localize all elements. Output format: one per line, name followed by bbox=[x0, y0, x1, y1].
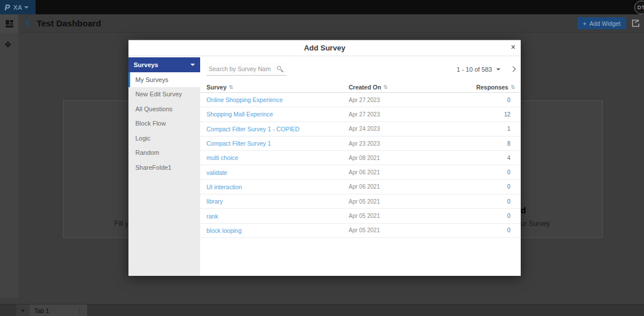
responses-cell: 12 bbox=[486, 111, 521, 118]
created-on-cell: Apr 05 2021 bbox=[349, 213, 486, 219]
modal-sidebar-item-my-surveys[interactable]: My Surveys bbox=[128, 72, 200, 87]
brand-logo: P bbox=[5, 3, 10, 12]
back-chevron-icon[interactable] bbox=[25, 19, 33, 26]
survey-name-link[interactable]: multi choice bbox=[206, 154, 349, 161]
dashboard-tab-strip: + Tab 1 ⋮ bbox=[0, 304, 644, 316]
survey-name-link[interactable]: rank bbox=[206, 213, 349, 220]
search-icon-tail bbox=[280, 69, 283, 72]
empty-state-text-fragment-left: Fill y bbox=[0, 220, 128, 228]
modal-sidebar-item-all-questions[interactable]: All Questions bbox=[128, 102, 200, 116]
kebab-menu-icon[interactable]: ⋮ bbox=[77, 307, 83, 314]
left-rail: ❖ bbox=[0, 33, 18, 298]
table-body: Online Shopping Experience Apr 27 2023 0… bbox=[200, 93, 521, 238]
modal-sidebar-item-logic[interactable]: Logic bbox=[128, 131, 200, 146]
created-on-cell: Apr 06 2021 bbox=[349, 169, 486, 175]
modal-sidebar-item-random[interactable]: Random bbox=[128, 146, 200, 161]
survey-name-link[interactable]: Shopping Mall Experince bbox=[206, 111, 349, 118]
survey-name-link[interactable]: Online Shopping Experience bbox=[206, 96, 349, 103]
column-label: Created On bbox=[349, 84, 381, 91]
sidebar-item-label: Block Flow bbox=[135, 120, 166, 127]
surveys-table: Survey ⇅ Created On ⇅ Responses ⇅ On bbox=[200, 81, 521, 238]
avatar-initials: DT bbox=[638, 5, 644, 10]
search-icon[interactable] bbox=[276, 65, 283, 72]
product-switcher[interactable]: XA bbox=[13, 4, 28, 11]
add-widget-button[interactable]: + Add Widget bbox=[577, 17, 626, 29]
column-label: Responses bbox=[476, 84, 508, 91]
pagination-range[interactable]: 1 - 10 of 583 bbox=[456, 66, 492, 73]
column-header-survey[interactable]: Survey ⇅ bbox=[206, 84, 349, 91]
brand-menu[interactable]: P XA bbox=[0, 0, 36, 14]
column-header-responses[interactable]: Responses ⇅ bbox=[476, 84, 515, 91]
modal-sidebar-items: My Surveys New Edit Survey All Questions… bbox=[128, 72, 200, 175]
modal-title: Add Survey bbox=[128, 40, 521, 56]
share-icon bbox=[630, 18, 641, 28]
created-on-cell: Apr 23 2023 bbox=[349, 141, 486, 147]
sidebar-item-label: Random bbox=[135, 149, 159, 156]
responses-cell: 4 bbox=[486, 155, 521, 161]
sidebar-item-label: Logic bbox=[135, 135, 150, 142]
chevron-down-icon[interactable] bbox=[497, 68, 501, 70]
survey-search bbox=[206, 63, 287, 76]
close-icon[interactable]: × bbox=[511, 43, 516, 51]
modal-sidebar-item-new-edit-survey[interactable]: New Edit Survey bbox=[128, 87, 200, 102]
created-on-cell: Apr 06 2021 bbox=[349, 184, 486, 190]
survey-name-link[interactable]: library bbox=[206, 198, 349, 205]
sort-icon[interactable]: ⇅ bbox=[510, 84, 515, 90]
created-on-cell: Apr 08 2021 bbox=[349, 155, 486, 161]
created-on-cell: Apr 24 2023 bbox=[349, 126, 486, 132]
share-dashboard-button[interactable] bbox=[630, 18, 641, 28]
responses-cell: 0 bbox=[486, 213, 521, 219]
surveys-dropdown[interactable]: Surveys bbox=[128, 57, 200, 72]
modal-sidebar-item-block-flow[interactable]: Block Flow bbox=[128, 116, 200, 131]
table-row: library Apr 05 2021 0 bbox=[200, 194, 521, 209]
responses-cell: 0 bbox=[486, 184, 521, 190]
survey-name-link[interactable]: UI interaction bbox=[206, 184, 349, 190]
table-row: Compact Filter Survey 1 - COPIED Apr 24 … bbox=[200, 122, 521, 136]
responses-cell: 0 bbox=[486, 169, 521, 175]
survey-name-link[interactable]: Compact Filter Survey 1 - COPIED bbox=[206, 126, 349, 132]
widgets-icon[interactable]: ❖ bbox=[4, 40, 11, 50]
table-row: Shopping Mall Experince Apr 27 2023 12 bbox=[200, 107, 521, 122]
sort-icon[interactable]: ⇅ bbox=[384, 84, 388, 90]
dashboard-grid-button[interactable] bbox=[0, 14, 18, 33]
empty-state-heading-fragment: d bbox=[521, 205, 526, 215]
next-page-chevron-icon[interactable] bbox=[510, 67, 516, 72]
table-row: block looping Apr 05 2021 0 bbox=[200, 224, 521, 238]
tab-tab1[interactable]: Tab 1 ⋮ bbox=[30, 305, 87, 316]
table-header-row: Survey ⇅ Created On ⇅ Responses ⇅ bbox=[200, 81, 521, 93]
product-label: XA bbox=[13, 4, 22, 11]
grid-icon bbox=[5, 19, 14, 28]
pagination: 1 - 10 of 583 bbox=[456, 63, 515, 76]
modal-sidebar-item-sharefolde1[interactable]: ShareFolde1 bbox=[128, 160, 200, 175]
search-input[interactable] bbox=[206, 63, 271, 75]
created-on-cell: Apr 05 2021 bbox=[349, 198, 486, 205]
surveys-dropdown-label: Surveys bbox=[134, 61, 158, 68]
responses-cell: 0 bbox=[486, 97, 521, 103]
avatar[interactable]: DT bbox=[634, 1, 644, 14]
modal-sidebar: Surveys My Surveys New Edit Survey All Q… bbox=[128, 57, 200, 276]
page-header: Test Dashboard + Add Widget bbox=[0, 14, 644, 33]
table-row: validate Apr 06 2021 0 bbox=[200, 165, 521, 180]
sidebar-item-label: ShareFolde1 bbox=[135, 164, 171, 171]
page-title: Test Dashboard bbox=[37, 18, 101, 28]
modal-content: 1 - 10 of 583 Survey ⇅ Created On ⇅ bbox=[200, 57, 521, 276]
responses-cell: 0 bbox=[486, 227, 521, 233]
table-row: Compact Filter Survey 1 Apr 23 2023 8 bbox=[200, 136, 521, 151]
sidebar-item-label: My Surveys bbox=[135, 76, 168, 83]
column-header-created-on[interactable]: Created On ⇅ bbox=[349, 84, 476, 91]
responses-cell: 1 bbox=[486, 126, 521, 132]
created-on-cell: Apr 27 2023 bbox=[349, 97, 486, 103]
survey-name-link[interactable]: block looping bbox=[206, 227, 349, 234]
add-survey-modal: Add Survey × Surveys My Surveys New Edit… bbox=[128, 39, 521, 276]
survey-name-link[interactable]: Compact Filter Survey 1 bbox=[206, 140, 349, 147]
plus-icon: + bbox=[583, 20, 587, 27]
chevron-down-icon bbox=[190, 64, 195, 66]
modal-header: Add Survey × bbox=[128, 40, 521, 56]
survey-name-link[interactable]: validate bbox=[206, 169, 349, 176]
sidebar-item-label: New Edit Survey bbox=[135, 91, 182, 97]
sort-icon[interactable]: ⇅ bbox=[229, 84, 233, 90]
column-label: Survey bbox=[206, 84, 227, 91]
sidebar-item-label: All Questions bbox=[135, 106, 173, 112]
created-on-cell: Apr 27 2023 bbox=[349, 111, 486, 118]
add-tab-button[interactable]: + bbox=[16, 305, 30, 316]
